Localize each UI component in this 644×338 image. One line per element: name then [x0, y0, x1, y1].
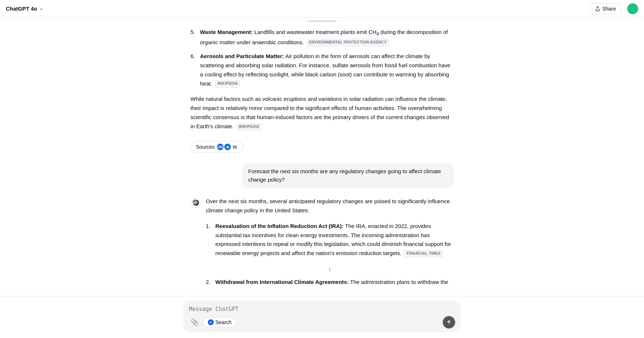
ai-paragraph: While natural factors such as volcanic e… [191, 95, 454, 131]
share-button[interactable]: Share [590, 3, 621, 14]
openai-icon [193, 200, 199, 206]
sources-section: Sources UN ⊕ W [191, 137, 454, 163]
user-message-wrap: Forecast the next six months are any reg… [191, 163, 454, 188]
noaa-icon: ⊕ [224, 144, 231, 150]
item-bold: Reevaluation of the Inflation Reduction … [216, 223, 344, 229]
wiki-icon: W [232, 144, 238, 150]
citation-badge[interactable]: FINANCIAL TIMES [404, 250, 443, 258]
globe-icon: ⊕ [208, 319, 214, 325]
un-icon: UN [217, 144, 224, 150]
header: ChatGPT 4o ⌄ Share [0, 0, 644, 18]
sources-label: Sources [196, 144, 215, 150]
input-tools-left: 📎 ⊕ Search [189, 317, 236, 328]
list-item: 1. Reevaluation of the Inflation Reducti… [206, 222, 454, 258]
attach-button[interactable]: 📎 [189, 317, 200, 328]
share-icon [595, 6, 600, 11]
chevron-down-icon: ⌄ [39, 5, 43, 12]
chat-area: 5. Waste Management: Landfills and waste… [0, 18, 644, 296]
item-num: 2. [206, 278, 213, 287]
input-box: 📎 ⊕ Search [183, 301, 461, 332]
avatar [627, 3, 638, 14]
list-item: 2. Withdrawal from International Climate… [206, 278, 454, 287]
ai-list-items: 5. Waste Management: Landfills and waste… [191, 28, 454, 88]
ai-intro-text: Over the next six months, several antici… [206, 197, 454, 215]
item-bold: Aerosols and Particulate Matter: [200, 53, 284, 59]
item-num: 6. [191, 52, 198, 88]
app-title: ChatGPT 4o [6, 4, 37, 13]
paperclip-icon: 📎 [191, 318, 199, 326]
citation-badge[interactable]: ENVIRONMENTAL PROTECTION AGENCY [307, 39, 389, 46]
scroll-bar [308, 20, 337, 22]
user-bubble: Forecast the next six months are any reg… [242, 163, 454, 188]
scroll-indicator [191, 18, 454, 28]
item-num: 1. [206, 222, 213, 258]
user-message-text: Forecast the next six months are any reg… [248, 168, 441, 183]
list-item: 6. Aerosols and Particulate Matter: Air … [191, 52, 454, 88]
item-bold: Withdrawal from International Climate Ag… [216, 279, 349, 285]
sources-button[interactable]: Sources UN ⊕ W [191, 141, 244, 153]
scroll-down-arrow: ↓ [206, 263, 454, 278]
item-num: 5. [191, 28, 198, 47]
paragraph-text: While natural factors such as volcanic e… [191, 96, 449, 129]
model-selector[interactable]: ChatGPT 4o ⌄ [6, 4, 43, 13]
citation-badge[interactable]: WIKIPEDIA [215, 80, 240, 88]
ai-avatar [191, 198, 201, 208]
input-tools: 📎 ⊕ Search [189, 316, 455, 328]
search-button[interactable]: ⊕ Search [203, 317, 236, 327]
item-text: Aerosols and Particulate Matter: Air pol… [200, 52, 454, 88]
ai-content: Over the next six months, several antici… [206, 197, 454, 292]
sources-icons: UN ⊕ W [217, 144, 238, 150]
item-text: Waste Management: Landfills and wastewat… [200, 28, 454, 47]
down-arrow-icon: ↓ [325, 265, 334, 273]
search-label: Search [216, 319, 232, 325]
message-input[interactable] [189, 306, 455, 312]
citation-badge[interactable]: WIKIPEDIA [237, 123, 262, 130]
input-area: 📎 ⊕ Search [0, 296, 644, 338]
item-text: Reevaluation of the Inflation Reduction … [216, 222, 454, 258]
ai-response-row: Over the next six months, several antici… [191, 197, 454, 292]
share-label: Share [602, 6, 616, 12]
list-item: 5. Waste Management: Landfills and waste… [191, 28, 454, 47]
send-button[interactable] [443, 316, 455, 328]
send-icon [446, 319, 452, 325]
item-bold: Waste Management: [200, 29, 253, 35]
item-text: Withdrawal from International Climate Ag… [216, 278, 449, 287]
